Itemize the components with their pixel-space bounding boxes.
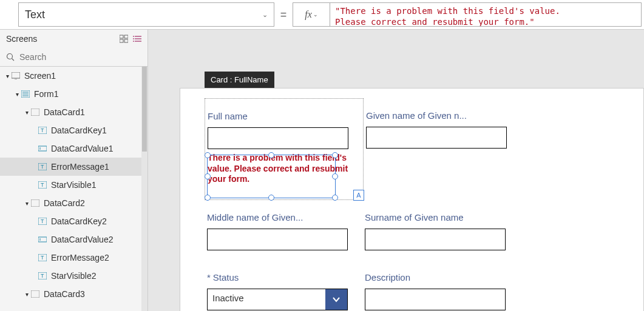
- text-icon: T: [38, 216, 47, 226]
- svg-line-11: [12, 59, 15, 61]
- card-status[interactable]: *Status Inactive: [205, 260, 362, 312]
- card-surname[interactable]: Surname of Given name: [362, 200, 520, 260]
- card-middlename[interactable]: Middle name of Given...: [205, 200, 362, 260]
- svg-rect-21: [38, 146, 47, 151]
- alignment-badge[interactable]: A: [353, 190, 364, 201]
- chevron-down-icon: ⌄: [262, 11, 268, 19]
- status-value: Inactive: [208, 289, 325, 310]
- svg-rect-18: [31, 109, 39, 116]
- svg-text:T: T: [41, 164, 44, 170]
- screen-icon: [11, 71, 21, 81]
- svg-text:T: T: [41, 218, 44, 224]
- tree-node-screen1[interactable]: ▾Screen1: [0, 67, 147, 85]
- tree-node-datacard1[interactable]: ▾DataCard1: [0, 103, 147, 121]
- tree-node-starvisible2[interactable]: TStarVisible2: [0, 267, 147, 285]
- card-fullname[interactable]: Full name There is a problem with this f…: [205, 98, 364, 200]
- tree-node-errormessage1[interactable]: TErrorMessage1: [0, 158, 147, 176]
- input-icon: [38, 144, 47, 153]
- property-selector[interactable]: Text ⌄: [18, 2, 274, 27]
- tree-node-starvisible1[interactable]: TStarVisible1: [0, 176, 147, 194]
- label-givenname: Given name of Given n...: [366, 110, 509, 121]
- svg-text:T: T: [41, 182, 44, 188]
- input-description[interactable]: [365, 289, 506, 310]
- svg-point-7: [133, 36, 134, 37]
- tree-panel: Screens ▾Screen1 ▾Form1 ▾DataCard1 TData…: [0, 30, 148, 311]
- text-icon: T: [38, 271, 47, 281]
- property-label: Text: [25, 8, 45, 21]
- card-icon: [30, 289, 40, 299]
- card-givenname[interactable]: Given name of Given n...: [364, 98, 521, 200]
- svg-point-9: [133, 41, 134, 42]
- input-givenname[interactable]: [366, 127, 507, 149]
- svg-rect-27: [31, 199, 39, 207]
- status-dropdown-button[interactable]: [325, 289, 347, 310]
- svg-rect-1: [124, 35, 128, 38]
- thumbnails-view-icon[interactable]: [120, 35, 128, 43]
- tree-node-datacardvalue2[interactable]: DataCardValue2: [0, 230, 147, 249]
- label-status: Status: [213, 272, 239, 283]
- input-surname[interactable]: [365, 229, 506, 250]
- input-status[interactable]: Inactive: [207, 289, 348, 310]
- search-input[interactable]: [18, 52, 141, 62]
- input-middlename[interactable]: [207, 229, 348, 250]
- text-icon: T: [38, 162, 47, 172]
- text-icon: T: [38, 180, 47, 190]
- tree-header: Screens: [6, 34, 37, 44]
- fx-button[interactable]: fx⌄: [293, 2, 330, 27]
- svg-rect-12: [12, 72, 20, 78]
- tree-scrollbar[interactable]: [141, 67, 147, 311]
- tree-node-datacardvalue1[interactable]: DataCardValue1: [0, 139, 147, 158]
- svg-text:T: T: [41, 255, 44, 261]
- tree-node-datacard3[interactable]: ▾DataCard3: [0, 285, 147, 303]
- canvas-area[interactable]: Card : FullName Full name There is a pro…: [148, 30, 644, 311]
- input-fullname[interactable]: [208, 127, 348, 149]
- svg-point-8: [133, 38, 134, 39]
- svg-text:T: T: [41, 127, 44, 133]
- label-middlename: Middle name of Given...: [207, 212, 350, 222]
- search-icon: [6, 53, 15, 61]
- svg-rect-3: [124, 39, 128, 42]
- required-star: *: [207, 272, 211, 283]
- svg-point-10: [7, 54, 13, 59]
- card-icon: [30, 198, 40, 208]
- card-icon: [30, 107, 40, 117]
- text-icon: T: [38, 125, 47, 135]
- svg-rect-0: [120, 35, 123, 38]
- tree-node-form1[interactable]: ▾Form1: [0, 85, 147, 103]
- tree-node-errormessage2[interactable]: TErrorMessage2: [0, 249, 147, 267]
- chevron-down-icon: [331, 294, 342, 305]
- tree-node-datacardkey1[interactable]: TDataCardKey1: [0, 121, 147, 139]
- label-surname: Surname of Given name: [365, 212, 508, 222]
- equals-sign: =: [274, 0, 293, 29]
- svg-rect-36: [31, 290, 39, 298]
- tree-node-datacard2[interactable]: ▾DataCard2: [0, 194, 147, 212]
- formula-input[interactable]: "There is a problem with this field's va…: [330, 2, 642, 27]
- list-view-icon[interactable]: [133, 35, 141, 43]
- input-icon: [38, 235, 47, 244]
- label-fullname: Full name: [208, 111, 351, 121]
- text-icon: T: [38, 253, 47, 263]
- svg-text:T: T: [41, 273, 44, 279]
- tree-node-datacardkey2[interactable]: TDataCardKey2: [0, 212, 147, 230]
- card-tooltip: Card : FullName: [205, 72, 274, 88]
- form-icon: [21, 89, 30, 99]
- error-message-text[interactable]: There is a problem with this field's val…: [208, 153, 348, 185]
- card-description[interactable]: Description: [362, 260, 520, 312]
- svg-rect-2: [120, 39, 123, 42]
- svg-rect-30: [38, 237, 47, 242]
- label-description: Description: [365, 272, 508, 283]
